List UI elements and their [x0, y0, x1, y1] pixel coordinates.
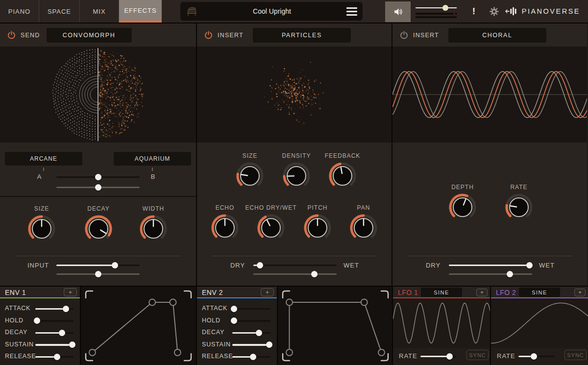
- dry-label: DRY: [225, 262, 250, 269]
- dry-label: DRY: [421, 262, 445, 269]
- choral-header: INSERT CHORAL: [392, 24, 587, 47]
- decay-slider[interactable]: [35, 330, 74, 336]
- rate-knob[interactable]: [505, 193, 533, 221]
- size-knob[interactable]: [27, 215, 56, 243]
- power-icon[interactable]: [7, 30, 16, 40]
- effect-name-button[interactable]: CONVOMORPH: [47, 28, 132, 43]
- drywet-slider-1[interactable]: [253, 262, 337, 268]
- attack-slider[interactable]: [232, 306, 270, 312]
- env2-display[interactable]: [277, 287, 393, 365]
- decay-label: DECAY: [202, 329, 224, 336]
- lfo2-header: LFO 2 SINE +: [491, 287, 588, 298]
- logo-text: PIANOVERSE: [522, 7, 580, 15]
- feedback-knob[interactable]: [328, 162, 357, 190]
- particles-visualization: [197, 47, 392, 143]
- convomorph-header: SEND CONVOMORPH: [0, 24, 196, 47]
- knob-label: ECHO DRY/WET: [245, 204, 296, 211]
- drywet-slider-2[interactable]: [253, 271, 337, 277]
- ir-b-button[interactable]: AQUARIUM: [114, 152, 191, 166]
- echo-drywet-knob[interactable]: [257, 214, 285, 242]
- sustain-slider[interactable]: [232, 341, 270, 348]
- size-knob[interactable]: [236, 162, 264, 190]
- lfo2-rate-slider[interactable]: [518, 353, 555, 360]
- lfo2-title: LFO 2: [496, 289, 516, 296]
- knob-label: SIZE: [243, 152, 258, 159]
- tab-space[interactable]: SPACE: [39, 0, 80, 23]
- power-icon[interactable]: [399, 30, 409, 40]
- lfo1-header: LFO 1 SINE +: [393, 287, 490, 298]
- decay-knob-unit: DECAY: [76, 205, 121, 243]
- morph-slider-2[interactable]: [56, 184, 140, 191]
- feedback-knob-unit: FEEDBACK: [320, 152, 365, 190]
- attack-label: ATTACK: [202, 305, 227, 312]
- lfo2-sync-button[interactable]: SYNC: [564, 350, 587, 360]
- volume-slider[interactable]: [416, 5, 457, 11]
- input-slider-1[interactable]: [56, 262, 140, 268]
- rate-label: RATE: [497, 352, 515, 360]
- lfo2-wave-display: [491, 298, 588, 348]
- effect-name-button[interactable]: PARTICLES: [253, 28, 351, 43]
- knob-label: SIZE: [34, 205, 49, 212]
- decay-knob[interactable]: [84, 215, 113, 243]
- sustain-slider[interactable]: [35, 341, 74, 348]
- particles-header: INSERT PARTICLES: [197, 24, 392, 47]
- preset-selector[interactable]: Cool Upright: [180, 2, 363, 21]
- attack-slider[interactable]: [35, 306, 74, 312]
- power-icon[interactable]: [204, 30, 213, 40]
- density-knob[interactable]: [282, 162, 311, 190]
- hold-slider[interactable]: [232, 317, 270, 324]
- morph-slider-1[interactable]: [56, 174, 140, 180]
- tab-piano[interactable]: PIANO: [0, 0, 39, 23]
- release-slider[interactable]: [232, 354, 270, 360]
- section-divider: [0, 196, 196, 197]
- echo-knob[interactable]: [211, 214, 239, 242]
- lfo1-sync-button[interactable]: SYNC: [466, 350, 489, 360]
- depth-knob[interactable]: [448, 193, 477, 221]
- decay-slider[interactable]: [232, 330, 270, 336]
- speaker-button[interactable]: [385, 1, 411, 22]
- lfo2-waveform-selector[interactable]: SINE: [519, 288, 560, 297]
- add-modulation-button[interactable]: +: [261, 288, 274, 296]
- routing-label: INSERT: [413, 32, 439, 39]
- knob-label: DECAY: [87, 205, 109, 212]
- echo-knob-unit: ECHO: [203, 204, 247, 242]
- size-knob-unit: SIZE: [228, 152, 272, 190]
- hamburger-menu-icon[interactable]: [341, 7, 363, 16]
- ir-a-button[interactable]: ARCANE: [5, 152, 82, 166]
- add-modulation-button[interactable]: +: [476, 289, 488, 296]
- preset-name: Cool Upright: [203, 7, 341, 15]
- rate-label: RATE: [399, 352, 417, 360]
- tab-effects[interactable]: EFFECTS: [119, 0, 162, 23]
- ir-a-tick: [43, 168, 44, 171]
- env2-accent-underline: [197, 297, 277, 298]
- env2-header: ENV 2 +: [197, 287, 277, 298]
- modulators-row: ENV 1 + ATTACK HOLD DECAY SUSTAIN RELEAS…: [0, 286, 588, 365]
- env2-title: ENV 2: [202, 289, 223, 296]
- pan-knob[interactable]: [349, 214, 378, 242]
- lfo1-title: LFO 1: [398, 289, 418, 296]
- routing-label: SEND: [21, 32, 40, 39]
- release-slider[interactable]: [35, 354, 74, 360]
- effect-name-button[interactable]: CHORAL: [448, 28, 546, 43]
- alert-button[interactable]: !: [465, 6, 483, 17]
- gear-icon[interactable]: [483, 6, 505, 17]
- knob-label: PAN: [357, 204, 370, 211]
- input-slider-2[interactable]: [56, 271, 140, 277]
- pitch-knob-unit: PITCH: [295, 204, 340, 242]
- lfo1-rate-slider[interactable]: [420, 353, 457, 360]
- effects-row: SEND CONVOMORPH ARCANE AQUARIUM A B SIZE…: [0, 24, 588, 286]
- drywet-slider-2[interactable]: [449, 271, 532, 277]
- env1-display[interactable]: [80, 287, 196, 365]
- add-modulation-button[interactable]: +: [574, 289, 586, 296]
- add-modulation-button[interactable]: +: [64, 288, 77, 296]
- env1-accent-underline: [0, 297, 80, 298]
- drywet-slider-1[interactable]: [449, 262, 532, 268]
- tab-mix[interactable]: MIX: [80, 0, 119, 23]
- divider: [407, 256, 572, 256]
- volume-control: [416, 5, 465, 18]
- width-knob[interactable]: [139, 215, 168, 243]
- pitch-knob[interactable]: [303, 214, 332, 242]
- hold-label: HOLD: [202, 317, 220, 324]
- hold-slider[interactable]: [35, 317, 74, 324]
- lfo1-waveform-selector[interactable]: SINE: [421, 288, 462, 297]
